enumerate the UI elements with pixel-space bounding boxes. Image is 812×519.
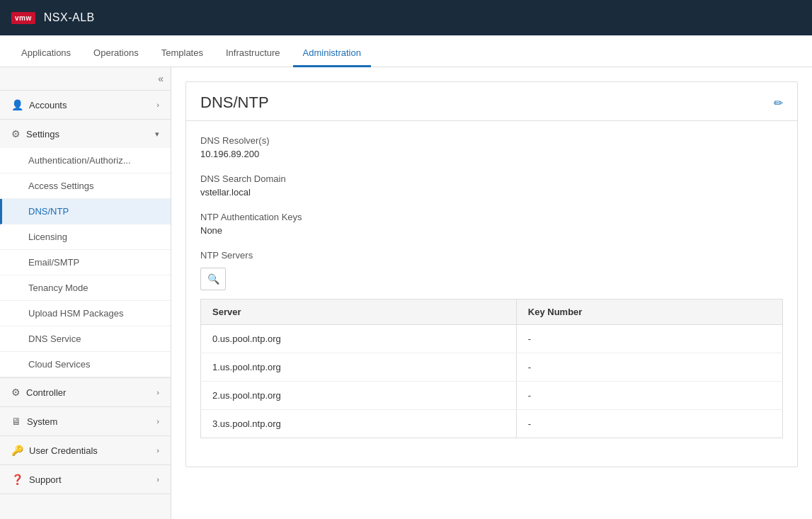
chevron-icon: › (156, 101, 159, 109)
sidebar-parent-controller[interactable]: ⚙Controller› (0, 378, 171, 406)
ntp-search-button[interactable]: 🔍 (200, 268, 226, 290)
sidebar-child-authentication-authoriz-[interactable]: Authentication/Authoriz... (0, 148, 171, 173)
field-value: 10.196.89.200 (200, 149, 783, 159)
ntp-servers-label: NTP Servers (200, 250, 783, 261)
sidebar-child-dns-service[interactable]: DNS Service (0, 326, 171, 352)
field-ntp-authentication-keys: NTP Authentication KeysNone (200, 212, 783, 236)
sidebar-parent-settings[interactable]: ⚙Settings▾ (0, 120, 171, 148)
sidebar-child-licensing[interactable]: Licensing (0, 224, 171, 250)
sidebar-label: Settings (26, 129, 59, 139)
sidebar-section-user-credentials: 🔑User Credentials› (0, 436, 171, 465)
field-value: vstellar.local (200, 187, 783, 198)
ntp-server-address: 1.us.pool.ntp.org (201, 353, 517, 382)
sidebar-section-system: 🖥System› (0, 407, 171, 436)
sidebar-child-cloud-services[interactable]: Cloud Services (0, 352, 171, 377)
sidebar-child-upload-hsm-packages[interactable]: Upload HSM Packages (0, 301, 171, 326)
ntp-server-address: 0.us.pool.ntp.org (201, 325, 517, 353)
app-title: NSX-ALB (44, 11, 95, 24)
nav-bar: ApplicationsOperationsTemplatesInfrastru… (0, 35, 812, 67)
vmw-logo: vmw (11, 12, 35, 24)
nav-item-applications[interactable]: Applications (11, 40, 81, 67)
nav-item-administration[interactable]: Administration (293, 40, 371, 67)
ntp-key-number: - (516, 410, 782, 438)
table-row: 3.us.pool.ntp.org- (201, 410, 783, 438)
content-body: DNS Resolver(s)10.196.89.200DNS Search D… (186, 121, 797, 467)
nav-item-templates[interactable]: Templates (151, 40, 213, 67)
sidebar-child-access-settings[interactable]: Access Settings (0, 173, 171, 199)
ntp-server-address: 3.us.pool.ntp.org (201, 410, 517, 438)
field-label: DNS Resolver(s) (200, 135, 783, 146)
field-dns-resolver-s-: DNS Resolver(s)10.196.89.200 (200, 135, 783, 159)
ntp-key-number: - (516, 382, 782, 410)
content-area: DNS/NTP ✏ DNS Resolver(s)10.196.89.200DN… (171, 67, 812, 519)
field-label: DNS Search Domain (200, 173, 783, 184)
sidebar: « 👤Accounts›⚙Settings▾Authentication/Aut… (0, 67, 171, 519)
chevron-icon: › (156, 446, 159, 455)
sidebar-icon-controller: ⚙ (11, 387, 21, 398)
nav-item-operations[interactable]: Operations (84, 40, 149, 67)
sidebar-label: Support (29, 474, 62, 485)
page-title: DNS/NTP (200, 93, 269, 112)
chevron-icon: › (156, 475, 159, 484)
sidebar-child-email-smtp[interactable]: Email/SMTP (0, 250, 171, 275)
table-row: 1.us.pool.ntp.org- (201, 353, 783, 382)
nav-item-infrastructure[interactable]: Infrastructure (216, 40, 290, 67)
sidebar-label: Accounts (29, 100, 67, 110)
sidebar-children: Authentication/Authoriz...Access Setting… (0, 148, 171, 377)
sidebar-collapse-button[interactable]: « (0, 67, 171, 91)
ntp-key-number: - (516, 325, 782, 353)
sidebar-section-controller: ⚙Controller› (0, 378, 171, 407)
sidebar-icon-support: ❓ (11, 474, 23, 485)
table-row: 0.us.pool.ntp.org- (201, 325, 783, 353)
sidebar-parent-user-credentials[interactable]: 🔑User Credentials› (0, 436, 171, 464)
sidebar-label: Controller (26, 387, 66, 398)
sidebar-label: User Credentials (29, 445, 98, 456)
content-panel: DNS/NTP ✏ DNS Resolver(s)10.196.89.200DN… (185, 81, 798, 467)
sidebar-icon-settings: ⚙ (11, 128, 21, 139)
sidebar-parent-support[interactable]: ❓Support› (0, 465, 171, 494)
top-header: vmw NSX-ALB (0, 0, 812, 35)
ntp-servers-section: NTP Servers 🔍 ServerKey Number 0.us.pool… (200, 250, 783, 438)
sidebar-section-accounts: 👤Accounts› (0, 91, 171, 120)
content-header: DNS/NTP ✏ (186, 82, 797, 121)
sidebar-child-tenancy-mode[interactable]: Tenancy Mode (0, 275, 171, 301)
ntp-table: ServerKey Number 0.us.pool.ntp.org-1.us.… (200, 299, 783, 438)
chevron-icon: › (156, 417, 159, 426)
sidebar-icon-system: 🖥 (11, 416, 21, 427)
edit-button[interactable]: ✏ (774, 96, 783, 110)
chevron-icon: ▾ (155, 130, 159, 139)
field-value: None (200, 225, 783, 236)
sidebar-parent-system[interactable]: 🖥System› (0, 407, 171, 435)
sidebar-child-dns-ntp[interactable]: DNS/NTP (0, 199, 171, 224)
ntp-key-number: - (516, 353, 782, 382)
sidebar-label: System (27, 416, 57, 427)
table-header-server: Server (201, 300, 517, 325)
table-header-key-number: Key Number (516, 300, 782, 325)
sidebar-section-settings: ⚙Settings▾Authentication/Authoriz...Acce… (0, 120, 171, 378)
ntp-server-address: 2.us.pool.ntp.org (201, 382, 517, 410)
sidebar-section-support: ❓Support› (0, 465, 171, 494)
sidebar-icon-accounts: 👤 (11, 99, 23, 110)
main-layout: « 👤Accounts›⚙Settings▾Authentication/Aut… (0, 67, 812, 519)
sidebar-icon-user-credentials: 🔑 (11, 445, 23, 456)
chevron-icon: › (156, 388, 159, 397)
field-label: NTP Authentication Keys (200, 212, 783, 222)
table-row: 2.us.pool.ntp.org- (201, 382, 783, 410)
field-dns-search-domain: DNS Search Domainvstellar.local (200, 173, 783, 198)
sidebar-parent-accounts[interactable]: 👤Accounts› (0, 91, 171, 119)
